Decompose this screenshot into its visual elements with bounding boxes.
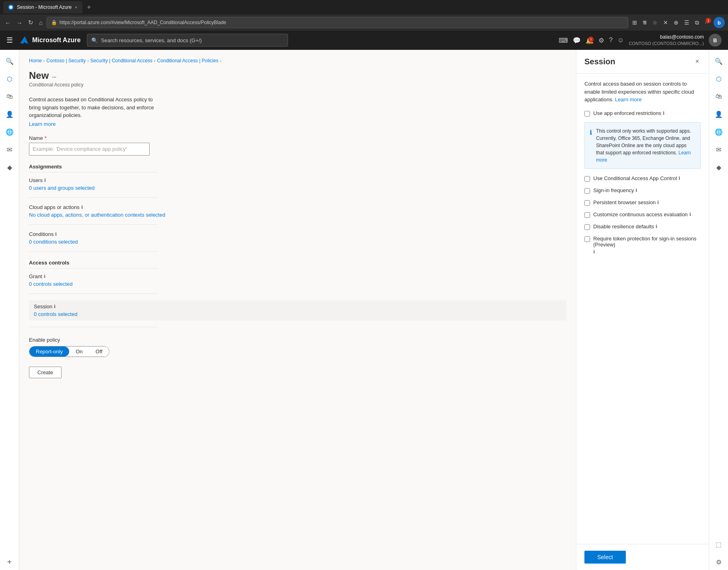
right-icon-mail[interactable]: ✉ [711,141,727,158]
refresh-btn[interactable]: ↻ [27,17,35,28]
feedback2-icon[interactable]: ☺ [617,37,624,44]
sidebar-icon-search[interactable]: 🔍 [2,53,18,69]
help-icon[interactable]: ? [609,37,613,44]
sidebar-icon-globe[interactable]: 🌐 [2,124,18,140]
right-icon-layout[interactable]: ⬚ [711,536,727,552]
settings-icon[interactable]: ⚙ [598,37,604,44]
users-info-icon[interactable]: ℹ [44,178,46,183]
new-tab-btn[interactable]: + [87,4,91,11]
hamburger-menu[interactable]: ☰ [6,36,13,45]
customize-cae-checkbox[interactable] [584,212,590,218]
address-bar[interactable]: 🔒 https://portal.azure.com/#view/Microso… [47,17,628,28]
sidebar-icon-add[interactable]: + [2,554,18,570]
url-text: https://portal.azure.com/#view/Microsoft… [60,20,226,25]
persistent-browser-info-icon[interactable]: ℹ [657,200,659,205]
right-icon-search[interactable]: 🔍 [711,53,727,69]
title-ellipsis[interactable]: ... [52,73,56,79]
browser-icon-7[interactable]: ⧉ [693,18,701,28]
panel-learn-more[interactable]: Learn more [615,96,642,103]
select-button[interactable]: Select [584,551,626,564]
grant-value[interactable]: 0 controls selected [29,281,72,287]
breadcrumb-contoso-security[interactable]: Contoso | Security [46,58,86,64]
session-info-icon[interactable]: ℹ [54,304,56,309]
conditions-label: Conditions ℹ [29,231,566,237]
require-token-label: Require token protection for sign-in ses… [593,236,701,254]
require-token-checkbox[interactable] [584,236,590,242]
right-icon-diamond[interactable]: ◆ [711,159,727,175]
breadcrumb-security-ca[interactable]: Security | Conditional Access [90,58,153,64]
right-icon-settings[interactable]: ⚙ [711,554,727,570]
azure-notif-badge: 1 [588,37,594,42]
feedback-icon[interactable]: 💬 [573,37,581,44]
browser-icon-5[interactable]: ⊕ [672,18,680,27]
users-field-label: Users ℹ [29,177,566,183]
require-token-row: Require token protection for sign-in ses… [584,236,701,254]
cloud-apps-value[interactable]: No cloud apps, actions, or authenticatio… [29,212,165,218]
page-subtitle: Conditional Access policy [29,82,566,88]
user-email: balas@contoso.com [629,34,704,41]
conditions-info-icon[interactable]: ℹ [55,232,57,237]
right-icon-bag[interactable]: 🛍 [711,88,727,105]
persistent-browser-checkbox[interactable] [584,200,590,206]
name-input[interactable] [29,143,150,156]
main-learn-more[interactable]: Learn more [29,121,56,127]
home-btn[interactable]: ⌂ [37,18,44,28]
browser-nav: ← → ↻ ⌂ 🔒 https://portal.azure.com/#view… [0,14,728,31]
bing-btn[interactable]: b [714,17,725,28]
users-value[interactable]: 0 users and groups selected [29,185,95,191]
toggle-off[interactable]: Off [89,347,109,357]
ca-app-info-icon[interactable]: ℹ [679,176,680,181]
browser-notif[interactable]: ··· 1 [703,18,711,27]
main-layout: 🔍 ⬡ 🛍 👤 🌐 ✉ ◆ + Home › Contoso | Securit… [0,50,728,570]
browser-icon-3[interactable]: ☆ [651,18,659,27]
sidebar-icon-diamond[interactable]: ◆ [2,159,18,175]
breadcrumb-home[interactable]: Home [29,58,42,64]
right-sidebar: 🔍 ⬡ 🛍 👤 🌐 ✉ ◆ ⬚ ⚙ [709,50,728,570]
create-button[interactable]: Create [29,367,62,378]
forward-btn[interactable]: → [15,18,24,28]
customize-cae-info-icon[interactable]: ℹ [689,212,691,217]
grant-info-icon[interactable]: ℹ [44,274,45,279]
right-icon-azure[interactable]: ⬡ [711,71,727,87]
breadcrumb-ca-policies[interactable]: Conditional Access | Policies [157,58,218,64]
breadcrumb-sep-4: › [220,59,221,63]
disable-resilience-info-icon[interactable]: ℹ [656,224,657,229]
toggle-group: Report-only On Off [29,346,109,357]
tab-favicon [8,4,14,10]
disable-resilience-checkbox[interactable] [584,224,590,230]
browser-icon-2[interactable]: 𝕬 [641,18,648,28]
conditions-value[interactable]: 0 conditions selected [29,239,78,245]
app-enforced-info-icon[interactable]: ℹ [663,111,664,116]
notifications-icon[interactable]: 🔔 1 [586,37,594,44]
ca-app-control-checkbox[interactable] [584,176,590,182]
toggle-on[interactable]: On [69,347,89,357]
cloud-shell-icon[interactable]: ⌨ [559,37,568,44]
tab-close-btn[interactable]: × [75,5,77,10]
right-icon-globe[interactable]: 🌐 [711,124,727,140]
panel-close-btn[interactable]: × [694,56,701,67]
sidebar-icon-azure[interactable]: ⬡ [2,71,18,87]
sidebar-icon-mail[interactable]: ✉ [2,141,18,158]
cloud-apps-info-icon[interactable]: ℹ [81,205,83,210]
browser-icon-6[interactable]: ☰ [683,18,691,27]
assignments-label: Assignments [29,164,158,172]
require-token-info-icon[interactable]: ℹ [593,249,595,254]
sidebar-icon-bag[interactable]: 🛍 [2,88,18,105]
right-icon-user[interactable]: 👤 [711,106,727,122]
browser-icon-1[interactable]: ⊞ [631,18,639,27]
sign-in-freq-info-icon[interactable]: ℹ [635,188,637,193]
info-box-text: This control only works with supported a… [596,127,695,164]
sign-in-freq-checkbox[interactable] [584,188,590,194]
session-label: Session ℹ [34,303,561,310]
back-btn[interactable]: ← [3,18,12,28]
panel-description: Control access based on session controls… [584,80,701,104]
user-avatar[interactable]: B [709,34,722,47]
azure-search[interactable]: 🔍 Search resources, services, and docs (… [87,34,288,47]
session-value[interactable]: 0 controls selected [34,311,77,317]
app-enforced-checkbox[interactable] [584,111,590,117]
browser-tab[interactable]: Session - Microsoft Azure × [3,1,82,13]
browser-icon-4[interactable]: ✕ [662,18,670,27]
sign-in-freq-label: Sign-in frequency ℹ [593,187,637,193]
sidebar-icon-user[interactable]: 👤 [2,106,18,122]
toggle-report-only[interactable]: Report-only [29,347,69,357]
